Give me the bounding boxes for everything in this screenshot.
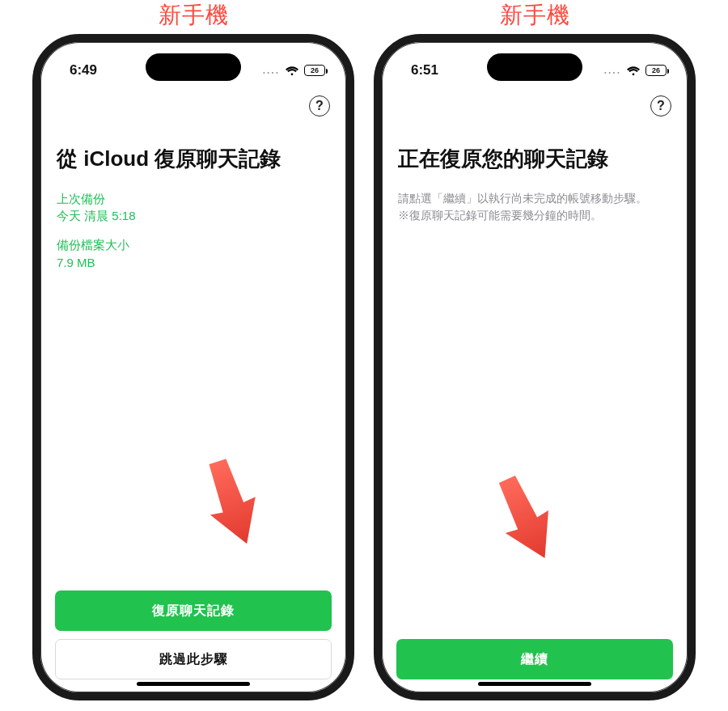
last-backup-value: 今天 清晨 5:18 [57,207,332,225]
right-annotation-label: 新手機 [500,0,570,31]
battery-icon: 26 [304,65,325,76]
help-icon[interactable]: ? [309,95,330,116]
page-title: 從 iCloud 復原聊天記錄 [57,146,330,172]
wifi-icon [626,66,641,76]
screen-content-left: ? 從 iCloud 復原聊天記錄 上次備份 今天 清晨 5:18 備份檔案大小… [40,87,346,692]
backup-meta: 上次備份 今天 清晨 5:18 備份檔案大小 7.9 MB [57,190,332,283]
screen-content-right: ? 正在復原您的聊天記錄 請點選「繼續」以執行尚未完成的帳號移動步驟。 ※復原聊… [382,87,688,692]
restore-button[interactable]: 復原聊天記錄 [55,590,332,631]
status-bar: 6:49 .... 26 [40,42,346,87]
phone-frame-right: 6:51 .... 26 ? 正在復原您的聊天記錄 請點選「繼續」以 [374,34,696,700]
battery-percent: 26 [311,66,319,74]
wifi-icon [285,66,299,76]
right-column: 新手機 6:51 .... 26 ? 正在復原您的聊 [369,0,700,703]
continue-button-label: 繼續 [521,651,548,668]
battery-icon: 26 [645,65,667,76]
skip-button-label: 跳過此步驟 [159,651,228,668]
home-indicator [478,682,591,686]
status-right-cluster: .... 26 [263,65,325,76]
status-time: 6:49 [70,62,97,78]
phone-frame-left: 6:49 .... 26 ? 從 iCloud 復原聊天記錄 [32,34,354,700]
left-annotation-label: 新手機 [159,0,229,31]
last-backup-label: 上次備份 [57,190,332,208]
status-time: 6:51 [411,62,438,78]
screenshot-pair: 新手機 6:49 .... 26 ? 從 iClou [0,0,728,711]
backup-size-value: 7.9 MB [57,254,332,272]
cell-signal-icon: .... [604,65,621,76]
left-column: 新手機 6:49 .... 26 ? 從 iClou [28,0,359,703]
battery-percent: 26 [652,66,660,74]
restore-description: 請點選「繼續」以執行尚未完成的帳號移動步驟。 ※復原聊天記錄可能需要幾分鐘的時間… [398,190,671,225]
page-title: 正在復原您的聊天記錄 [398,146,671,172]
backup-size-label: 備份檔案大小 [57,236,332,254]
skip-button[interactable]: 跳過此步驟 [55,639,332,679]
continue-button[interactable]: 繼續 [396,639,673,679]
restore-desc-line2: ※復原聊天記錄可能需要幾分鐘的時間。 [398,207,671,225]
status-bar: 6:51 .... 26 [382,42,688,87]
help-icon[interactable]: ? [650,95,671,116]
cell-signal-icon: .... [263,65,280,76]
home-indicator [137,682,250,686]
restore-desc-line1: 請點選「繼續」以執行尚未完成的帳號移動步驟。 [398,190,671,208]
status-right-cluster: .... 26 [604,65,667,76]
restore-button-label: 復原聊天記錄 [152,603,235,620]
